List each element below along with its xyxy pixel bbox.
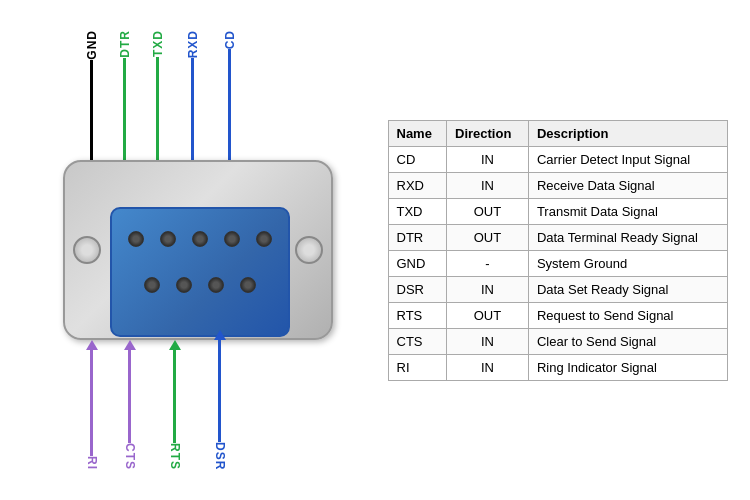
- table-row: DTROUTData Terminal Ready Signal: [388, 224, 727, 250]
- screw-hole-right: [295, 236, 323, 264]
- connector-body-wrapper: [63, 140, 333, 360]
- cell-description: System Ground: [528, 250, 727, 276]
- connector-diagram: GND DTR TXD RXD CD: [23, 20, 383, 480]
- table-row: GND-System Ground: [388, 250, 727, 276]
- pin-5: [256, 231, 272, 247]
- cell-name: CTS: [388, 328, 447, 354]
- cell-name: RI: [388, 354, 447, 380]
- label-dtr: DTR: [118, 30, 132, 58]
- label-rxd: RXD: [186, 30, 200, 58]
- cell-direction: IN: [447, 354, 529, 380]
- table-row: RXDINReceive Data Signal: [388, 172, 727, 198]
- label-dsr: DSR: [213, 442, 227, 470]
- table-row: TXDOUTTransmit Data Signal: [388, 198, 727, 224]
- cell-description: Data Set Ready Signal: [528, 276, 727, 302]
- cell-name: RTS: [388, 302, 447, 328]
- cell-direction: IN: [447, 146, 529, 172]
- pin-3: [192, 231, 208, 247]
- pin-4: [224, 231, 240, 247]
- cell-description: Ring Indicator Signal: [528, 354, 727, 380]
- cell-name: CD: [388, 146, 447, 172]
- arrow-dsr: DSR: [213, 330, 227, 470]
- pin-2: [160, 231, 176, 247]
- cell-direction: IN: [447, 276, 529, 302]
- cell-direction: -: [447, 250, 529, 276]
- cell-description: Carrier Detect Input Signal: [528, 146, 727, 172]
- label-cd: CD: [223, 30, 237, 49]
- arrow-rts: RTS: [168, 340, 182, 470]
- cell-description: Receive Data Signal: [528, 172, 727, 198]
- connector-metal-body: [63, 160, 333, 340]
- label-gnd: GND: [85, 30, 99, 60]
- pin-7: [176, 277, 192, 293]
- cell-description: Data Terminal Ready Signal: [528, 224, 727, 250]
- arrow-ri: RI: [85, 340, 99, 470]
- cell-direction: IN: [447, 328, 529, 354]
- cell-description: Request to Send Signal: [528, 302, 727, 328]
- table-row: DSRINData Set Ready Signal: [388, 276, 727, 302]
- cell-name: TXD: [388, 198, 447, 224]
- pin-8: [208, 277, 224, 293]
- pin-9: [240, 277, 256, 293]
- table-header-row: Name Direction Description: [388, 120, 727, 146]
- table-body: CDINCarrier Detect Input SignalRXDINRece…: [388, 146, 727, 380]
- cell-name: DSR: [388, 276, 447, 302]
- label-cts: CTS: [123, 443, 137, 470]
- pin-row-top: [112, 231, 288, 247]
- col-header-description: Description: [528, 120, 727, 146]
- label-ri: RI: [85, 456, 99, 470]
- main-container: GND DTR TXD RXD CD: [0, 0, 750, 500]
- cell-direction: OUT: [447, 302, 529, 328]
- cell-name: RXD: [388, 172, 447, 198]
- table-row: CDINCarrier Detect Input Signal: [388, 146, 727, 172]
- cell-direction: IN: [447, 172, 529, 198]
- pin-1: [128, 231, 144, 247]
- table-row: RTSOUTRequest to Send Signal: [388, 302, 727, 328]
- table-row: RIINRing Indicator Signal: [388, 354, 727, 380]
- col-header-name: Name: [388, 120, 447, 146]
- cell-name: DTR: [388, 224, 447, 250]
- db9-table: Name Direction Description CDINCarrier D…: [388, 120, 728, 381]
- cell-direction: OUT: [447, 224, 529, 250]
- cell-name: GND: [388, 250, 447, 276]
- cell-description: Clear to Send Signal: [528, 328, 727, 354]
- screw-hole-left: [73, 236, 101, 264]
- cell-description: Transmit Data Signal: [528, 198, 727, 224]
- table-row: CTSINClear to Send Signal: [388, 328, 727, 354]
- label-rts: RTS: [168, 443, 182, 470]
- pin-row-bottom: [112, 277, 288, 293]
- col-header-direction: Direction: [447, 120, 529, 146]
- signal-table: Name Direction Description CDINCarrier D…: [388, 120, 728, 381]
- arrow-cts: CTS: [123, 340, 137, 470]
- pin-6: [144, 277, 160, 293]
- blue-connector-inner: [110, 207, 290, 337]
- label-txd: TXD: [151, 30, 165, 57]
- cell-direction: OUT: [447, 198, 529, 224]
